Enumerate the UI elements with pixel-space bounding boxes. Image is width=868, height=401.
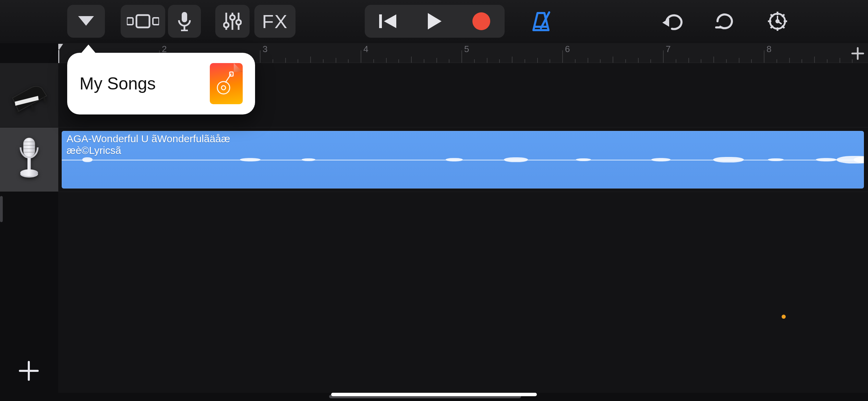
svg-rect-2	[136, 15, 149, 27]
svg-rect-44	[27, 158, 31, 171]
svg-rect-4	[182, 12, 187, 22]
svg-point-50	[221, 86, 226, 90]
fx-label: FX	[262, 10, 288, 33]
popover-label: My Songs	[80, 74, 156, 94]
svg-marker-0	[78, 16, 94, 26]
audio-clip[interactable]: AGA-Wonderful U ãWonderfulãäåæ æè©Lyrics…	[62, 131, 864, 189]
transport-controls	[365, 5, 505, 38]
tracks-view-icon	[127, 14, 159, 29]
track-view-button[interactable]	[121, 5, 165, 38]
svg-rect-1	[127, 18, 133, 25]
svg-point-12	[236, 20, 241, 25]
ruler-bar-mark: 4	[361, 43, 461, 63]
track-lane[interactable]: AGA-Wonderful U ãWonderfulãäåæ æè©Lyrics…	[58, 127, 868, 192]
fx-button[interactable]: FX	[254, 5, 296, 38]
undo-button[interactable]	[655, 5, 688, 38]
svg-rect-39	[23, 138, 35, 157]
settings-button[interactable]	[761, 5, 794, 38]
svg-marker-15	[428, 13, 442, 29]
svg-point-49	[217, 82, 230, 94]
sliders-icon	[223, 11, 242, 31]
svg-marker-19	[662, 19, 669, 27]
ruler-bar-number: 4	[363, 44, 368, 54]
svg-point-8	[224, 23, 229, 27]
track-controls-button[interactable]	[215, 5, 250, 38]
garageband-file-icon	[210, 63, 243, 104]
svg-line-37	[44, 97, 45, 102]
ruler-bar-number: 6	[565, 44, 570, 54]
home-indicator[interactable]	[331, 393, 537, 396]
ruler-bar-mark: 3	[260, 43, 361, 63]
track-headers-sidebar	[0, 43, 58, 401]
svg-rect-13	[379, 14, 382, 28]
studio-microphone-icon	[17, 136, 41, 184]
svg-marker-14	[384, 14, 396, 28]
ruler-bar-number: 7	[666, 44, 671, 54]
top-toolbar: FX	[0, 0, 868, 43]
end-of-song-marker[interactable]	[782, 315, 786, 319]
metronome-button[interactable]	[525, 5, 557, 38]
microphone-button[interactable]	[168, 5, 201, 38]
ruler-bar-mark: 5	[461, 43, 562, 63]
microphone-icon	[178, 11, 191, 31]
svg-point-46	[20, 169, 38, 176]
svg-point-16	[472, 12, 490, 30]
undo-icon	[661, 12, 683, 30]
clip-label: AGA-Wonderful U ãWonderfulãäåæ æè©Lyrics…	[67, 133, 230, 156]
loop-browser-button[interactable]	[708, 5, 741, 38]
svg-line-36	[17, 111, 18, 112]
play-button[interactable]	[411, 5, 458, 38]
ruler-bar-number: 3	[263, 44, 267, 54]
navigation-dropdown-button[interactable]	[67, 5, 105, 38]
svg-point-10	[230, 15, 235, 20]
ruler-bar-mark: 7	[663, 43, 764, 63]
record-icon	[472, 12, 491, 31]
ruler-bar-number: 5	[464, 44, 469, 54]
triangle-down-icon	[78, 16, 94, 26]
gear-icon	[767, 10, 788, 32]
plus-icon	[15, 357, 43, 385]
svg-rect-3	[153, 18, 159, 25]
record-button[interactable]	[458, 5, 505, 38]
ruler-bar-mark: 8	[764, 43, 865, 63]
guitar-icon	[215, 71, 237, 98]
piano-icon	[9, 78, 49, 112]
skip-back-icon	[378, 13, 398, 29]
garageband-app: FX	[0, 0, 868, 401]
vertical-scroll-thumb[interactable]	[0, 196, 3, 222]
metronome-icon	[530, 11, 552, 32]
track-header-instrument[interactable]	[0, 63, 58, 127]
track-header-audio[interactable]	[0, 127, 58, 192]
ruler-bar-mark: 6	[562, 43, 663, 63]
loop-icon	[714, 12, 735, 31]
svg-line-38	[32, 105, 33, 110]
add-track-button[interactable]	[15, 357, 43, 385]
my-songs-popover[interactable]: My Songs	[67, 53, 255, 114]
go-to-beginning-button[interactable]	[365, 5, 411, 38]
ruler-bar-number: 8	[767, 44, 771, 54]
play-icon	[427, 12, 442, 30]
